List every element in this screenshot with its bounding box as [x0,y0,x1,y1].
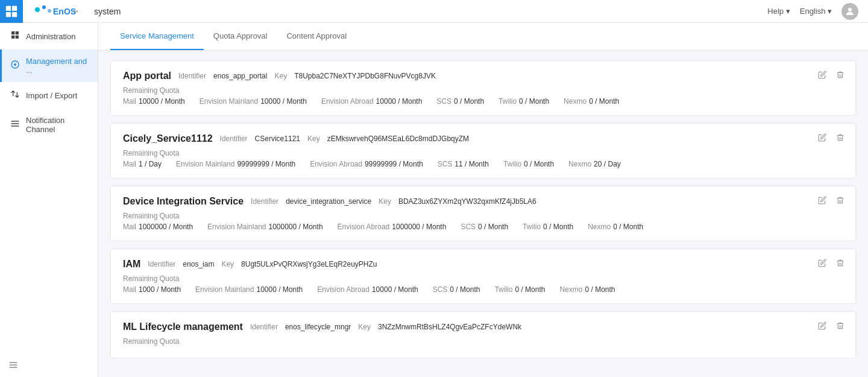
management-label: Management and ... [26,57,89,75]
card-actions [816,258,847,270]
channel-name: Twilio [494,285,512,294]
service-name: Cicely_Service1112 [123,133,213,144]
delete-button[interactable] [834,69,847,82]
channel-name: SCS [438,160,453,168]
lang-label: English [800,7,826,16]
card-header: ML Lifecycle management Identifier enos_… [123,322,843,332]
channel-name: Mail [123,97,136,106]
delete-button[interactable] [834,320,847,333]
tab-content-approval[interactable]: Content Approval [277,23,356,50]
key-value: BDAZ3ux6ZYXm2qYW32qxmKfZ4jJb5LA6 [398,197,536,206]
service-card-app-portal: App portal Identifier enos_app_portal Ke… [110,60,856,116]
lang-chevron: ▾ [828,7,832,16]
channel-name: Envision Abroad [317,285,370,294]
service-card-cicely-service: Cicely_Service1112 Identifier CService11… [110,123,856,179]
edit-button[interactable] [816,320,829,333]
edit-button[interactable] [816,69,829,82]
quota-item: SCS 11 / Month [438,160,489,168]
remaining-quota-label: Remaining Quota [123,337,843,346]
channel-value: 0 / Month [478,223,508,231]
remaining-quota-label: Remaining Quota [123,86,843,95]
card-header: IAM Identifier enos_iam Key 8Ugt5ULxPvQR… [123,259,843,270]
logo: EnOS ™ system [34,5,121,18]
identifier-value: CService1121 [255,135,300,143]
quota-item: Mail 10000 / Month [123,97,185,106]
svg-rect-0 [6,6,11,11]
channel-value: 0 / Month [450,285,480,294]
channel-value: 20 / Day [594,160,621,168]
notification-channel-icon [10,119,20,131]
administration-label: Administration [26,32,75,41]
quota-item: Mail 1000 / Month [123,285,181,294]
quota-item: Twilio 0 / Month [494,285,545,294]
channel-name: SCS [461,223,476,231]
import-export-icon [10,89,20,101]
card-header: Cicely_Service1112 Identifier CService11… [123,133,843,144]
channel-name: Twilio [498,97,517,106]
svg-text:™: ™ [72,9,78,16]
card-header: App portal Identifier enos_app_portal Ke… [123,71,843,81]
key-label: Key [274,72,287,80]
channel-name: Nexmo [568,160,591,168]
card-actions [816,69,847,82]
edit-button[interactable] [816,195,829,208]
sidebar-item-notification-channel[interactable]: Notification Channel [0,109,98,141]
help-menu[interactable]: Help ▾ [767,7,790,16]
management-icon [10,60,20,72]
key-value: zEMkswrvehQ96MSEaL6Dc8mdDJGbqyZM [327,135,469,143]
tab-bar: Service Management Quota Approval Conten… [98,23,868,51]
sidebar-item-management[interactable]: Management and ... [0,49,98,82]
quota-row: Mail 1 / Day Envision Mainland 99999999 … [123,160,843,168]
channel-value: 0 / Month [524,160,554,168]
edit-button[interactable] [816,258,829,270]
identifier-label: Identifier [178,72,206,80]
channel-value: 10000 / Month [256,285,303,294]
main-content: Service Management Quota Approval Conten… [98,23,868,377]
channel-name: Envision Abroad [310,160,362,168]
sidebar-item-administration[interactable]: Administration [0,23,98,49]
svg-rect-1 [12,6,17,11]
channel-name: Envision Mainland [207,223,266,231]
service-name: IAM [123,259,140,270]
channel-value: 99999999 / Month [237,160,295,168]
channel-name: Nexmo [564,97,587,106]
channel-value: 10000 / Month [260,97,307,106]
channel-value: 10000 / Month [372,285,418,294]
sidebar-item-import-export[interactable]: Import / Export [0,82,98,109]
channel-value: 1000000 / Month [392,223,446,231]
svg-point-4 [35,7,40,12]
channel-value: 1000 / Month [139,285,181,294]
delete-button[interactable] [834,195,847,208]
svg-rect-12 [11,36,14,39]
svg-point-15 [14,63,16,66]
channel-value: 0 / Month [585,285,615,294]
sidebar-collapse-btn[interactable] [0,353,98,377]
quota-item: Envision Mainland 10000 / Month [200,97,307,106]
channel-name: Twilio [523,223,541,231]
administration-icon [10,30,20,42]
delete-button[interactable] [834,132,847,145]
channel-value: 1000000 / Month [139,223,193,231]
channel-value: 0 / Month [589,97,619,106]
app-home-button[interactable] [0,0,23,23]
quota-item: Twilio 0 / Month [498,97,549,106]
card-header: Device Integration Service Identifier de… [123,196,843,207]
key-value: T8Upba2C7NeXTYJPDbG8FNuvPVcg8JVK [294,72,436,80]
user-avatar[interactable] [841,3,858,20]
sidebar: Administration Management and ... Import… [0,23,98,377]
quota-item: Envision Abroad 10000 / Month [321,97,422,106]
edit-button[interactable] [816,132,829,145]
language-selector[interactable]: English ▾ [800,7,832,16]
svg-point-6 [48,9,51,13]
quota-item: Envision Mainland 1000000 / Month [207,223,322,231]
services-list: App portal Identifier enos_app_portal Ke… [98,51,868,375]
service-name: Device Integration Service [123,196,244,207]
delete-button[interactable] [834,258,847,270]
channel-value: 99999999 / Month [365,160,423,168]
identifier-label: Identifier [251,197,278,206]
tab-service-management[interactable]: Service Management [110,23,204,50]
card-actions [816,132,847,145]
notification-channel-label: Notification Channel [26,116,89,134]
tab-quota-approval[interactable]: Quota Approval [204,23,277,50]
quota-item: Nexmo 0 / Month [559,285,615,294]
